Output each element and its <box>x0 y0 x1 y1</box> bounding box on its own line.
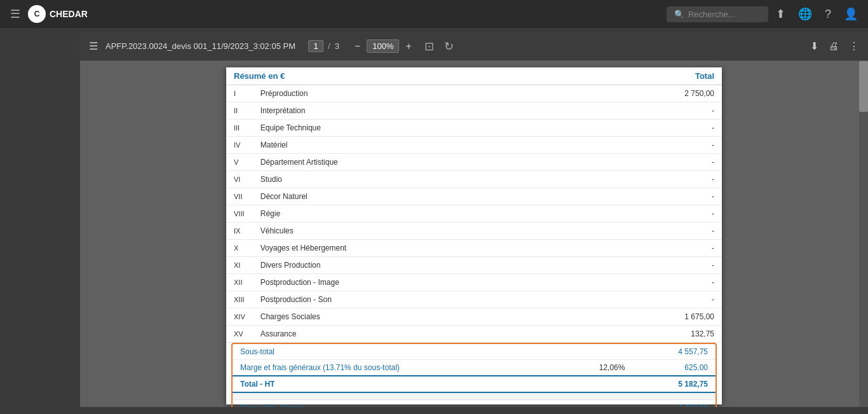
app-logo: C CHEDAR <box>28 5 88 23</box>
sous-total-row: Sous-total 4 557,75 <box>233 344 715 360</box>
upload-icon[interactable]: ⬆ <box>776 7 785 21</box>
row-label: Charges Sociales <box>253 308 578 326</box>
sous-total-marge-value: 2 750,00 <box>652 400 715 408</box>
table-row: IV Matériel - <box>226 137 722 154</box>
row-number: XI <box>226 257 253 274</box>
row-number: V <box>226 154 253 171</box>
marge-row: Marge et frais généraux (13.71% du sous-… <box>233 360 715 376</box>
row-value: - <box>578 137 722 154</box>
row-number: IV <box>226 137 253 154</box>
row-number: XV <box>226 326 253 343</box>
search-icon: 🔍 <box>674 10 684 19</box>
pdf-current-page[interactable]: 1 <box>308 40 323 52</box>
logo-circle: C <box>28 5 46 23</box>
document-table: Résumé en € Total I Préproduction 2 750,… <box>226 67 722 343</box>
hamburger-menu-icon[interactable]: ☰ <box>10 7 20 21</box>
row-label: Assurance <box>253 326 578 343</box>
search-bar[interactable]: 🔍 Recherche... <box>667 6 768 22</box>
row-number: XII <box>226 274 253 291</box>
table-row: III Equipe Technique - <box>226 120 722 137</box>
row-value: 1 675,00 <box>578 308 722 326</box>
help-icon[interactable]: ? <box>825 8 831 21</box>
row-number: VIII <box>226 205 253 223</box>
row-label: Equipe Technique <box>253 120 578 137</box>
sous-total-marge-label: Sous-total - Margé <box>233 400 572 408</box>
row-label: Département Artistique <box>253 154 578 171</box>
row-value: - <box>578 291 722 308</box>
row-label: Postproduction - Son <box>253 291 578 308</box>
table-row: XIII Postproduction - Son - <box>226 291 722 308</box>
row-label: Matériel <box>253 137 578 154</box>
zoom-in-button[interactable]: + <box>403 39 414 53</box>
total-header: Total <box>578 67 722 85</box>
marge-label: Marge et frais généraux (13.71% du sous-… <box>233 360 572 376</box>
zoom-out-button[interactable]: − <box>352 39 363 53</box>
search-placeholder: Recherche... <box>688 10 735 19</box>
scrollbar[interactable] <box>859 61 868 407</box>
row-label: Postproduction - Image <box>253 274 578 291</box>
marge-pct: 12,06% <box>572 360 652 376</box>
top-nav: ☰ C CHEDAR 🔍 Recherche... ⬆ 🌐 ? 👤 <box>0 0 868 28</box>
row-label: Décor Naturel <box>253 188 578 205</box>
pdf-toolbar-actions: ⬇ 🖨 ⋮ <box>810 40 859 52</box>
page-separator: / <box>328 41 330 51</box>
row-label: Voyages et Hébergement <box>253 240 578 257</box>
more-options-icon[interactable]: ⋮ <box>849 40 859 52</box>
row-value: - <box>578 240 722 257</box>
pdf-toolbar: ☰ APFP.2023.0024_devis 001_11/9/2023_3:0… <box>80 32 868 61</box>
table-row: X Voyages et Hébergement - <box>226 240 722 257</box>
table-row: I Préproduction 2 750,00 <box>226 85 722 102</box>
globe-icon[interactable]: 🌐 <box>798 7 812 21</box>
row-value: - <box>578 102 722 120</box>
row-value: - <box>578 274 722 291</box>
row-label: Préproduction <box>253 85 578 102</box>
scrollbar-thumb[interactable] <box>859 61 868 112</box>
row-number: I <box>226 85 253 102</box>
row-number: IX <box>226 223 253 240</box>
pdf-page-nav: 1 / 3 <box>308 40 339 52</box>
table-row: II Interprétation - <box>226 102 722 120</box>
sous-total-value: 4 557,75 <box>652 344 715 360</box>
app-name: CHEDAR <box>50 9 88 19</box>
pdf-title: APFP.2023.0024_devis 001_11/9/2023_3:02:… <box>105 41 295 51</box>
row-value: - <box>578 205 722 223</box>
table-row: XV Assurance 132,75 <box>226 326 722 343</box>
summary-section: Sous-total 4 557,75 Marge et frais génér… <box>231 343 717 407</box>
nav-icons: ⬆ 🌐 ? 👤 <box>776 7 858 21</box>
table-row: VII Décor Naturel - <box>226 188 722 205</box>
row-label: Régie <box>253 205 578 223</box>
rotate-icon[interactable]: ↻ <box>444 39 454 53</box>
total-ht-row: Total - HT 5 182,75 <box>233 376 715 392</box>
table-row: V Département Artistique - <box>226 154 722 171</box>
table-row: VI Studio - <box>226 171 722 188</box>
table-row: XII Postproduction - Image - <box>226 274 722 291</box>
row-value: - <box>578 171 722 188</box>
table-row: IX Véhicules - <box>226 223 722 240</box>
row-number: XIV <box>226 308 253 326</box>
pdf-viewer: ☰ APFP.2023.0024_devis 001_11/9/2023_3:0… <box>80 32 868 407</box>
marge-value: 625,00 <box>652 360 715 376</box>
fit-page-icon[interactable]: ⊡ <box>424 39 434 53</box>
row-value: - <box>578 188 722 205</box>
row-label: Interprétation <box>253 102 578 120</box>
row-value: - <box>578 154 722 171</box>
table-row: XI Divers Production - <box>226 257 722 274</box>
row-number: VI <box>226 171 253 188</box>
row-value: 2 750,00 <box>578 85 722 102</box>
download-icon[interactable]: ⬇ <box>810 40 818 52</box>
print-icon[interactable]: 🖨 <box>829 41 839 52</box>
row-number: III <box>226 120 253 137</box>
row-value: 132,75 <box>578 326 722 343</box>
summary-table: Sous-total 4 557,75 Marge et frais génér… <box>233 344 715 407</box>
row-label: Studio <box>253 171 578 188</box>
row-number: X <box>226 240 253 257</box>
zoom-level[interactable]: 100% <box>367 39 399 53</box>
row-value: - <box>578 120 722 137</box>
pdf-zoom-controls: − 100% + <box>352 39 414 53</box>
pdf-menu-icon[interactable]: ☰ <box>89 40 98 52</box>
row-label: Véhicules <box>253 223 578 240</box>
sous-total-label: Sous-total <box>233 344 572 360</box>
row-number: VII <box>226 188 253 205</box>
pdf-page: Résumé en € Total I Préproduction 2 750,… <box>226 67 722 404</box>
user-icon[interactable]: 👤 <box>844 7 858 21</box>
